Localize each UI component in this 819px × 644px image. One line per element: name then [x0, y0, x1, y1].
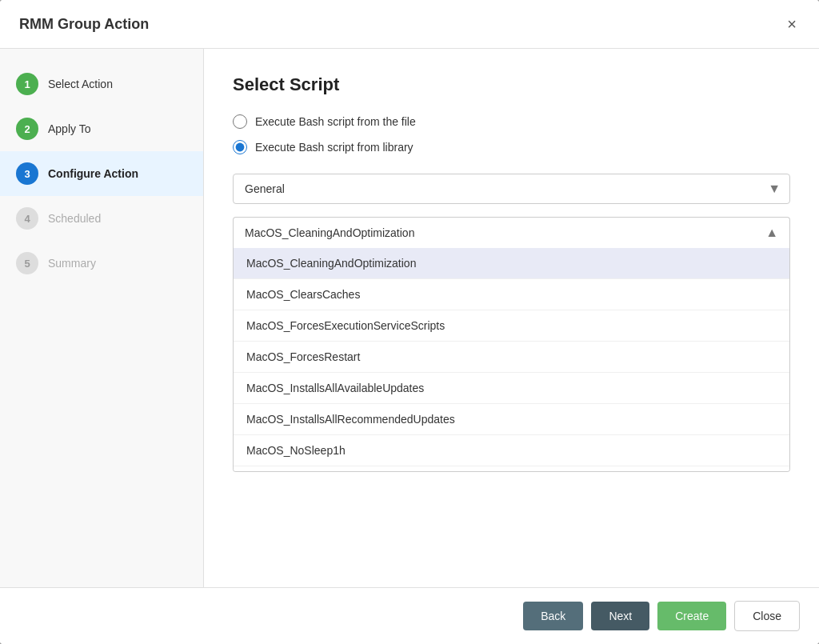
close-button[interactable]: Close [734, 601, 800, 631]
step-2-circle: 2 [16, 118, 38, 140]
script-item-7[interactable]: MacOS_NoSleep2h [234, 466, 789, 472]
radio-label-library: Execute Bash script from library [255, 141, 413, 154]
modal-footer: Back Next Create Close [0, 587, 819, 644]
step-5-circle: 5 [16, 252, 38, 274]
back-button[interactable]: Back [523, 602, 583, 630]
step-4-circle: 4 [16, 207, 38, 230]
step-3-circle: 3 [16, 162, 38, 185]
radio-input-file[interactable] [233, 114, 247, 129]
script-selector-header[interactable]: MacOS_CleaningAndOptimization ▲ [233, 217, 790, 248]
category-select[interactable]: General Maintenance Security Network [233, 174, 790, 204]
script-item-2[interactable]: MacOS_ForcesExecutionServiceScripts [234, 310, 789, 342]
script-dropdown-list: MacOS_CleaningAndOptimization MacOS_Clea… [233, 248, 790, 472]
sidebar-item-configure-action[interactable]: 3 Configure Action [0, 151, 203, 196]
sidebar-item-summary[interactable]: 5 Summary [0, 241, 203, 286]
sidebar-item-apply-to[interactable]: 2 Apply To [0, 106, 203, 151]
sidebar-item-label-1: Select Action [48, 78, 113, 90]
script-item-3[interactable]: MacOS_ForcesRestart [234, 342, 789, 373]
main-content: Select Script Execute Bash script from t… [204, 49, 819, 587]
sidebar-item-label-4: Scheduled [48, 212, 101, 225]
script-item-1[interactable]: MacOS_ClearsCaches [234, 279, 789, 310]
script-item-6[interactable]: MacOS_NoSleep1h [234, 435, 789, 466]
script-item-4[interactable]: MacOS_InstallsAllAvailableUpdates [234, 373, 789, 404]
next-button[interactable]: Next [591, 602, 649, 630]
create-button[interactable]: Create [657, 602, 726, 630]
modal-dialog: RMM Group Action × 1 Select Action 2 App… [0, 0, 819, 644]
radio-item-library[interactable]: Execute Bash script from library [233, 140, 790, 154]
sidebar-item-label-5: Summary [48, 257, 96, 270]
script-item-0[interactable]: MacOS_CleaningAndOptimization [234, 248, 789, 279]
radio-group: Execute Bash script from the file Execut… [233, 114, 790, 154]
sidebar-item-select-action[interactable]: 1 Select Action [0, 62, 203, 106]
modal-close-button[interactable]: × [784, 13, 800, 35]
step-1-circle: 1 [16, 73, 38, 95]
modal-overlay: RMM Group Action × 1 Select Action 2 App… [0, 0, 819, 644]
radio-item-file[interactable]: Execute Bash script from the file [233, 114, 790, 129]
section-title: Select Script [233, 74, 790, 95]
script-selector-value: MacOS_CleaningAndOptimization [245, 226, 414, 239]
sidebar-item-label-3: Configure Action [48, 167, 138, 180]
script-selector-arrow-icon: ▲ [765, 226, 778, 240]
category-select-wrapper: General Maintenance Security Network ▼ [233, 174, 790, 204]
radio-label-file: Execute Bash script from the file [255, 115, 416, 128]
modal-body: 1 Select Action 2 Apply To 3 Configure A… [0, 49, 819, 587]
radio-input-library[interactable] [233, 140, 247, 154]
script-selector: MacOS_CleaningAndOptimization ▲ MacOS_Cl… [233, 217, 790, 472]
sidebar: 1 Select Action 2 Apply To 3 Configure A… [0, 49, 204, 587]
sidebar-item-label-2: Apply To [48, 122, 90, 135]
modal-title: RMM Group Action [19, 16, 149, 33]
sidebar-item-scheduled[interactable]: 4 Scheduled [0, 196, 203, 241]
script-item-5[interactable]: MacOS_InstallsAllRecommendedUpdates [234, 404, 789, 435]
modal-header: RMM Group Action × [0, 0, 819, 49]
